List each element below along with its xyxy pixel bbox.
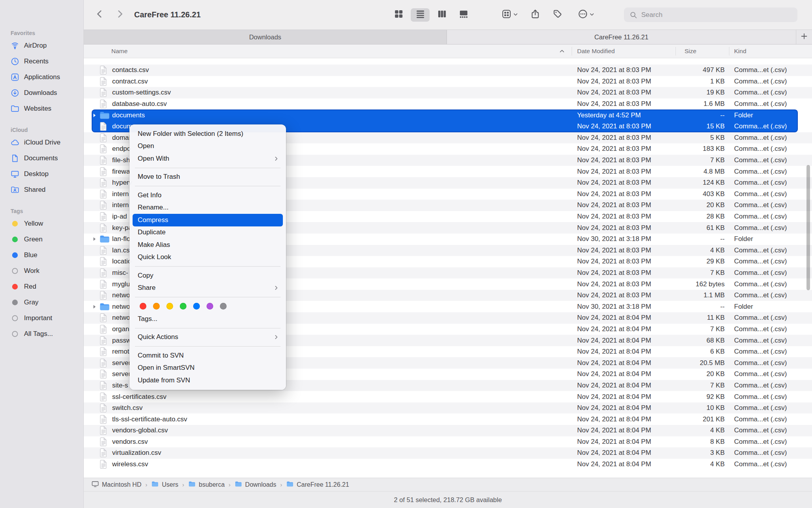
sidebar-item-important[interactable]: Important [0, 310, 83, 326]
file-row[interactable]: vendors.csvNov 24, 2021 at 8:04 PM8 KBCo… [84, 436, 812, 448]
menu-item-copy[interactable]: Copy [133, 269, 283, 282]
menu-item-open[interactable]: Open [133, 140, 283, 153]
column-divider[interactable] [675, 47, 676, 56]
menu-item-open-with[interactable]: Open With [133, 152, 283, 165]
file-row[interactable]: contacts.csvNov 24, 2021 at 8:03 PM497 K… [84, 65, 812, 76]
column-view-button[interactable] [432, 8, 451, 22]
gallery-view-icon [458, 9, 469, 21]
menu-item-move-to-trash[interactable]: Move to Trash [133, 171, 283, 184]
path-segment-carefree-11-26-21[interactable]: CareFree 11.26.21 [286, 480, 349, 489]
sidebar-item-applications[interactable]: Applications [0, 69, 83, 85]
disclosure-triangle-icon[interactable] [92, 237, 97, 241]
file-date-modified: Nov 24, 2021 at 8:04 PM [577, 393, 651, 401]
sidebar-item-work[interactable]: Work [0, 263, 83, 279]
file-date-modified: Nov 24, 2021 at 8:04 PM [577, 325, 651, 333]
sidebar-item-airdrop[interactable]: AirDrop [0, 38, 83, 54]
path-segment-bsuberca[interactable]: bsuberca [188, 480, 225, 489]
sidebar-item-all-tags[interactable]: All Tags... [0, 326, 83, 342]
file-size: 4 KB [666, 247, 725, 254]
menu-item-tags[interactable]: Tags... [133, 313, 283, 325]
computer-icon [91, 480, 99, 489]
tab-downloads[interactable]: Downloads [84, 30, 447, 44]
menu-item-make-alias[interactable]: Make Alias [133, 239, 283, 251]
path-segment-downloads[interactable]: Downloads [234, 480, 276, 489]
csv-file-icon [100, 313, 107, 323]
new-tab-button[interactable] [796, 30, 812, 44]
sidebar-item-desktop[interactable]: Desktop [0, 166, 83, 182]
menu-item-commit-to-svn[interactable]: Commit to SVN [133, 349, 283, 362]
column-header-kind[interactable]: Kind [734, 48, 746, 55]
menu-item-update-from-svn[interactable]: Update from SVN [133, 374, 283, 387]
file-row[interactable]: database-auto.csvNov 24, 2021 at 8:03 PM… [84, 98, 812, 110]
path-segment-macintosh-hd[interactable]: Macintosh HD [91, 480, 141, 489]
file-row[interactable]: ssl-certificates.csvNov 24, 2021 at 8:04… [84, 391, 812, 402]
search-icon [629, 10, 638, 20]
share-button[interactable] [526, 8, 544, 22]
file-row[interactable]: tls-ssl-certificate-auto.csvNov 24, 2021… [84, 413, 812, 425]
sidebar-item-blue[interactable]: Blue [0, 247, 83, 263]
file-row[interactable]: contract.csvNov 24, 2021 at 8:03 PM1 KBC… [84, 76, 812, 87]
tag-color-dot[interactable] [140, 303, 146, 310]
tag-color-dot[interactable] [220, 303, 227, 310]
tag-color-dot[interactable] [193, 303, 200, 310]
tags-button[interactable] [549, 8, 566, 22]
sidebar-item-shared[interactable]: Shared [0, 182, 83, 198]
file-size: 1.6 MB [666, 100, 725, 108]
sidebar-item-downloads[interactable]: Downloads [0, 85, 83, 101]
sidebar-item-websites[interactable]: Websites [0, 101, 83, 117]
column-divider[interactable] [572, 47, 572, 56]
sidebar-item-green[interactable]: Green [0, 232, 83, 247]
forward-button[interactable] [113, 8, 127, 22]
menu-item-get-info[interactable]: Get Info [133, 189, 283, 202]
column-header-name[interactable]: Name [111, 48, 127, 55]
file-row[interactable]: switch.csvNov 24, 2021 at 8:04 PM10 KBCo… [84, 402, 812, 414]
menu-item-rename[interactable]: Rename... [133, 202, 283, 214]
list-view-button[interactable] [411, 8, 430, 22]
tag-color-dot[interactable] [207, 303, 213, 310]
menu-item-open-in-smartsvn[interactable]: Open in SmartSVN [133, 362, 283, 375]
sort-ascending-icon[interactable] [559, 48, 565, 54]
sidebar-item-gray[interactable]: Gray [0, 295, 83, 310]
search-input[interactable] [641, 11, 793, 19]
disclosure-triangle-icon[interactable] [92, 304, 97, 309]
column-divider[interactable] [729, 47, 729, 56]
path-segment-label: bsuberca [199, 481, 225, 488]
tag-color-dot[interactable] [153, 303, 160, 310]
airdrop-icon [10, 41, 20, 50]
menu-item-duplicate[interactable]: Duplicate [133, 226, 283, 239]
menu-item-quick-actions[interactable]: Quick Actions [133, 331, 283, 344]
tag-color-dot[interactable] [180, 303, 186, 310]
file-row[interactable]: wireless.csvNov 24, 2021 at 8:04 PM4 KBC… [84, 459, 812, 470]
sidebar-item-red[interactable]: Red [0, 279, 83, 295]
file-row[interactable]: virtualization.csvNov 24, 2021 at 8:04 P… [84, 447, 812, 459]
search-field[interactable] [624, 7, 797, 22]
sidebar-item-label: Shared [24, 186, 46, 194]
menu-item-quick-look[interactable]: Quick Look [133, 251, 283, 264]
menu-item-new-folder-with-selection-2-items[interactable]: New Folder with Selection (2 Items) [133, 128, 283, 140]
path-segment-users[interactable]: Users [151, 480, 178, 489]
icon-view-button[interactable] [389, 8, 408, 22]
group-by-button[interactable] [497, 8, 522, 22]
sidebar-item-recents[interactable]: Recents [0, 54, 83, 69]
file-row[interactable]: documentsYesterday at 4:52 PM--Folder [84, 109, 812, 121]
file-kind: Comma...et (.csv) [734, 145, 787, 153]
file-name: lan-flo [112, 235, 130, 243]
menu-item-share[interactable]: Share [133, 282, 283, 295]
sidebar-item-documents[interactable]: Documents [0, 150, 83, 166]
menu-item-compress[interactable]: Compress [133, 214, 283, 226]
sidebar-item-yellow[interactable]: Yellow [0, 216, 83, 232]
toolbar: CareFree 11.26.21 [84, 0, 812, 30]
file-kind: Comma...et (.csv) [734, 404, 787, 412]
column-header-date-modified[interactable]: Date Modified [577, 48, 615, 55]
gallery-view-button[interactable] [454, 8, 473, 22]
file-row[interactable]: vendors-global.csvNov 24, 2021 at 8:04 P… [84, 425, 812, 436]
scrollbar-thumb[interactable] [806, 165, 810, 290]
tab-carefree-11-26-21[interactable]: CareFree 11.26.21 [447, 30, 796, 44]
column-header-size[interactable]: Size [685, 48, 696, 55]
disclosure-triangle-icon[interactable] [92, 113, 97, 118]
back-button[interactable] [92, 8, 107, 22]
sidebar-item-icloud-drive[interactable]: iCloud Drive [0, 135, 83, 150]
tag-color-dot[interactable] [166, 303, 173, 310]
file-row[interactable]: custom-settings.csvNov 24, 2021 at 8:03 … [84, 87, 812, 98]
more-actions-button[interactable] [573, 8, 598, 22]
